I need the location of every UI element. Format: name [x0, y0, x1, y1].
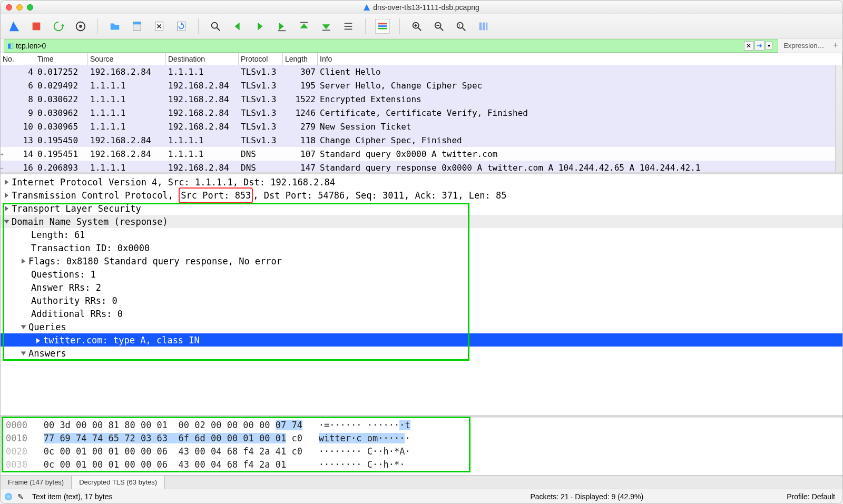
colorize-button[interactable] [375, 19, 390, 34]
col-header-length[interactable]: Length [283, 53, 318, 65]
zoom-out-button[interactable] [432, 19, 446, 34]
jump-to-packet-button[interactable] [275, 19, 289, 34]
packet-list-body[interactable]: 40.017252192.168.2.841.1.1.1TLSv1.3307Cl… [1, 65, 842, 172]
detail-dns-additional-rrs[interactable]: Additional RRs: 0 [1, 307, 842, 320]
bookmark-icon[interactable]: ◧ [7, 42, 14, 50]
packet-bytes-pane[interactable]: 0000 00 3d 00 00 81 80 00 01 00 02 00 00… [1, 417, 842, 475]
edit-capture-comment-icon[interactable]: ✎ [17, 492, 24, 501]
auto-scroll-button[interactable] [341, 19, 356, 34]
window-maximize[interactable] [27, 4, 33, 11]
detail-dns-authority-rrs[interactable]: Authority RRs: 0 [1, 294, 842, 307]
title-bar: dns-over-tls13-1111-dsb.pcapng [1, 1, 842, 14]
packet-row[interactable]: 130.195450192.168.2.841.1.1.1TLSv1.3118C… [1, 133, 842, 147]
detail-dns-query-item[interactable]: twitter.com: type A, class IN [1, 333, 842, 347]
svg-rect-14 [278, 30, 286, 31]
packet-row[interactable]: 60.0294921.1.1.1192.168.2.84TLSv1.3195Se… [1, 78, 842, 92]
detail-tcp[interactable]: Transmission Control Protocol, Src Port:… [1, 189, 842, 202]
detail-dns-answer-rrs[interactable]: Answer RRs: 2 [1, 281, 842, 294]
detail-tls[interactable]: Transport Layer Security [1, 202, 842, 215]
detail-dns[interactable]: Domain Name System (response) [1, 215, 842, 228]
capture-options-button[interactable] [73, 19, 88, 34]
col-header-info[interactable]: Info [318, 53, 842, 65]
tab-frame[interactable]: Frame (147 bytes) [1, 476, 72, 489]
svg-rect-5 [133, 22, 141, 24]
toolbar: 1 [1, 14, 842, 38]
svg-point-3 [79, 25, 82, 28]
add-filter-button[interactable]: + [828, 38, 842, 53]
detail-dns-flags[interactable]: Flags: 0x8180 Standard query response, N… [1, 254, 842, 268]
col-header-no[interactable]: No. [1, 53, 35, 65]
col-header-time[interactable]: Time [35, 53, 88, 65]
save-file-button[interactable] [130, 19, 144, 34]
clear-filter-button[interactable]: ✕ [744, 41, 753, 51]
svg-rect-16 [300, 22, 308, 23]
svg-marker-15 [300, 23, 308, 28]
shark-fin-icon[interactable] [7, 19, 22, 34]
svg-rect-36 [483, 22, 485, 30]
packet-list-header: No. Time Source Destination Protocol Len… [1, 53, 842, 65]
col-header-protocol[interactable]: Protocol [239, 53, 283, 65]
resize-columns-button[interactable] [476, 19, 491, 34]
svg-line-30 [440, 27, 444, 31]
svg-marker-11 [235, 22, 240, 30]
scrollbar[interactable] [835, 65, 842, 172]
svg-rect-35 [479, 22, 482, 30]
packet-row[interactable]: 100.0309651.1.1.1192.168.2.84TLSv1.3279N… [1, 120, 842, 133]
filter-bar: ◧ ✕ ➔ ▾ Expression… + [1, 38, 842, 53]
reload-file-button[interactable] [174, 19, 189, 34]
packet-row[interactable]: 80.0306221.1.1.1192.168.2.84TLSv1.31522E… [1, 92, 842, 106]
last-packet-button[interactable] [319, 19, 334, 34]
window-title: dns-over-tls13-1111-dsb.pcapng [373, 3, 479, 12]
filter-history-dropdown[interactable]: ▾ [766, 42, 772, 50]
restart-capture-button[interactable] [51, 19, 66, 34]
first-packet-button[interactable] [297, 19, 311, 34]
go-back-button[interactable] [230, 19, 245, 34]
packet-list-pane: No. Time Source Destination Protocol Len… [1, 53, 842, 174]
status-selection: Text item (text), 17 bytes [29, 492, 116, 501]
packet-row[interactable]: →140.195451192.168.2.841.1.1.1DNS107Stan… [1, 147, 842, 161]
window-close[interactable] [6, 4, 12, 11]
detail-dns-questions[interactable]: Questions: 1 [1, 268, 842, 281]
zoom-in-button[interactable] [409, 19, 424, 34]
expert-info-icon[interactable] [5, 493, 12, 500]
zoom-reset-button[interactable]: 1 [454, 19, 468, 34]
status-profile[interactable]: Profile: Default [783, 492, 838, 501]
display-filter-input[interactable] [16, 42, 742, 50]
svg-text:1: 1 [458, 23, 461, 28]
svg-rect-24 [378, 27, 387, 29]
svg-marker-12 [258, 22, 262, 30]
go-forward-button[interactable] [252, 19, 267, 34]
col-header-destination[interactable]: Destination [166, 53, 239, 65]
col-header-source[interactable]: Source [88, 53, 166, 65]
tab-decrypted-tls[interactable]: Decrypted TLS (63 bytes) [72, 476, 165, 489]
svg-rect-37 [486, 22, 488, 30]
status-packets: Packets: 21 · Displayed: 9 (42.9%) [527, 492, 646, 501]
detail-dns-txid[interactable]: Transaction ID: 0x0000 [1, 241, 842, 254]
detail-dns-answers[interactable]: Answers [1, 347, 842, 360]
svg-marker-13 [279, 22, 284, 30]
svg-rect-18 [322, 29, 330, 31]
detail-ipv4[interactable]: Internet Protocol Version 4, Src: 1.1.1.… [1, 175, 842, 189]
detail-dns-length[interactable]: Length: 61 [1, 228, 842, 241]
open-file-button[interactable] [107, 19, 122, 34]
svg-rect-1 [33, 22, 41, 30]
svg-line-33 [463, 27, 466, 31]
svg-line-26 [418, 27, 422, 31]
packet-details-pane[interactable]: Internet Protocol Version 4, Src: 1.1.1.… [1, 174, 842, 417]
apply-filter-button[interactable]: ➔ [754, 41, 764, 51]
window-minimize[interactable] [16, 4, 23, 11]
expression-button[interactable]: Expression… [779, 39, 828, 52]
close-file-button[interactable] [152, 19, 166, 34]
svg-marker-17 [322, 24, 330, 29]
wireshark-fin-icon [364, 4, 370, 11]
detail-dns-queries[interactable]: Queries [1, 320, 842, 333]
packet-row[interactable]: 40.017252192.168.2.841.1.1.1TLSv1.3307Cl… [1, 65, 842, 78]
packet-row[interactable]: ←160.2068931.1.1.1192.168.2.84DNS147Stan… [1, 161, 842, 172]
find-packet-button[interactable] [208, 19, 223, 34]
svg-rect-22 [378, 23, 387, 24]
stop-capture-button[interactable] [29, 19, 44, 34]
svg-rect-23 [378, 25, 387, 27]
svg-marker-0 [9, 21, 19, 31]
packet-row[interactable]: 90.0309621.1.1.1192.168.2.84TLSv1.31246C… [1, 106, 842, 120]
svg-point-9 [212, 22, 218, 28]
